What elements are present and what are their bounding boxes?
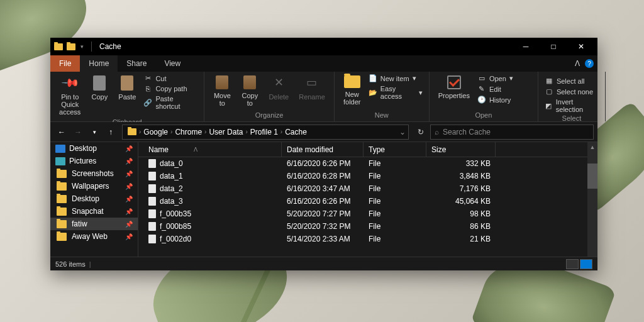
sidebar-item[interactable]: Desktop📌: [50, 192, 138, 205]
easy-access-icon: 📂: [369, 89, 377, 97]
breadcrumb-seg[interactable]: Cache: [282, 128, 309, 136]
navbar: ← → ▾ ↑ › Google› Chrome› User Data› Pro…: [50, 122, 597, 142]
file-date: 6/16/2020 6:28 PM: [282, 172, 364, 180]
minimize-button[interactable]: ─: [512, 38, 540, 55]
sidebar-item[interactable]: Desktop📌: [50, 142, 138, 155]
table-row[interactable]: f_000b355/20/2020 7:27 PMFile98 KB: [138, 208, 597, 220]
window-controls: ─ □ ✕: [512, 38, 595, 55]
properties-icon: [447, 75, 461, 89]
copy-path-button[interactable]: ⎘Copy path: [143, 84, 197, 94]
paste-shortcut-button[interactable]: 🔗Paste shortcut: [143, 94, 197, 111]
copy-button[interactable]: Copy: [87, 73, 112, 103]
chevron-down-icon[interactable]: ▾: [80, 43, 84, 50]
home-tab[interactable]: Home: [80, 55, 118, 72]
breadcrumb-seg[interactable]: Profile 1: [248, 128, 280, 136]
scroll-up-icon[interactable]: ▲: [587, 142, 597, 152]
content-area: Desktop📌Pictures📌Screenshots📌Wallpapers📌…: [50, 142, 597, 257]
details-view-button[interactable]: [566, 259, 579, 269]
file-type: File: [364, 172, 426, 180]
move-icon: [216, 75, 228, 89]
edit-button[interactable]: ✎Edit: [477, 84, 531, 94]
rename-icon: ▭: [304, 75, 319, 91]
pin-quick-access-button[interactable]: 📌 Pin to Quick access: [55, 73, 84, 118]
copyto-icon: [243, 75, 256, 89]
file-icon: [148, 184, 156, 193]
table-row[interactable]: f_000b855/20/2020 7:32 PMFile86 KB: [138, 220, 597, 233]
sidebar-item[interactable]: Pictures📌: [50, 155, 138, 167]
collapse-ribbon-icon[interactable]: ᐱ: [575, 59, 580, 68]
rename-button[interactable]: ▭ Rename: [295, 73, 329, 103]
pin-icon: 📌: [125, 233, 133, 240]
path-icon: ⎘: [143, 85, 152, 92]
sidebar-item[interactable]: fatiw📌: [50, 218, 138, 230]
search-box[interactable]: ⌕ Search Cache: [430, 125, 594, 140]
file-icon: [148, 209, 156, 218]
label: Rename: [299, 93, 325, 101]
sidebar[interactable]: Desktop📌Pictures📌Screenshots📌Wallpapers📌…: [50, 142, 138, 257]
breadcrumb-seg[interactable]: Google: [141, 128, 170, 136]
sidebar-item[interactable]: Snapchat📌: [50, 205, 138, 218]
select-all-icon: ▦: [545, 77, 553, 85]
delete-button[interactable]: ✕ Delete: [265, 73, 292, 103]
table-row[interactable]: data_06/16/2020 6:26 PMFile332 KB: [138, 157, 597, 170]
easy-access-button[interactable]: 📂Easy access ▾: [369, 84, 423, 101]
copy-to-button[interactable]: Copy to: [237, 73, 262, 109]
separator: [91, 42, 92, 52]
file-name: f_000b35: [160, 209, 191, 218]
breadcrumb-seg[interactable]: User Data: [206, 128, 245, 136]
select-all-button[interactable]: ▦Select all: [545, 75, 599, 86]
breadcrumb-seg[interactable]: Chrome: [172, 128, 204, 136]
scrollbar[interactable]: ▲: [587, 142, 597, 257]
table-row[interactable]: data_36/16/2020 6:26 PMFile45,064 KB: [138, 195, 597, 208]
sidebar-label: Desktop: [72, 194, 99, 203]
select-none-button[interactable]: ▢Select none: [545, 86, 599, 97]
up-button[interactable]: ↑: [103, 125, 118, 140]
recent-dropdown[interactable]: ▾: [87, 125, 102, 140]
explorer-window: ▾ Cache ─ □ ✕ File Home Share View ᐱ ? 📌…: [50, 38, 597, 270]
refresh-button[interactable]: ↻: [413, 125, 429, 140]
history-button[interactable]: 🕑History: [477, 94, 531, 105]
col-type[interactable]: Type: [364, 142, 426, 157]
file-tab[interactable]: File: [50, 55, 80, 72]
maximize-button[interactable]: □: [540, 38, 567, 55]
col-date[interactable]: Date modified: [282, 142, 364, 157]
new-item-button[interactable]: 📄New item ▾: [369, 73, 423, 84]
breadcrumb[interactable]: › Google› Chrome› User Data› Profile 1› …: [122, 125, 409, 140]
file-name: data_3: [160, 197, 183, 206]
col-name[interactable]: Nameᐱ: [143, 142, 282, 157]
chevron-down-icon[interactable]: ⌄: [399, 128, 406, 136]
table-row[interactable]: data_16/16/2020 6:28 PMFile3,848 KB: [138, 170, 597, 182]
help-icon[interactable]: ?: [585, 59, 594, 68]
cut-button[interactable]: ✂Cut: [143, 73, 197, 84]
move-to-button[interactable]: Move to: [209, 73, 235, 109]
new-folder-button[interactable]: New folder: [340, 73, 365, 108]
delete-icon: ✕: [271, 75, 286, 91]
table-row[interactable]: f_0002d05/14/2020 2:33 AMFile21 KB: [138, 233, 597, 245]
scroll-thumb[interactable]: [587, 164, 597, 189]
file-type: File: [364, 197, 426, 206]
open-button[interactable]: ▭Open ▾: [477, 73, 531, 84]
close-button[interactable]: ✕: [567, 38, 595, 55]
properties-button[interactable]: Properties: [435, 73, 474, 102]
table-row[interactable]: data_26/16/2020 3:47 AMFile7,176 KB: [138, 182, 597, 195]
folder-icon: [57, 182, 67, 191]
sidebar-item[interactable]: Screenshots📌: [50, 167, 138, 180]
label: Copy: [92, 93, 108, 101]
sidebar-item[interactable]: Away Web📌: [50, 230, 138, 243]
col-size[interactable]: Size: [426, 142, 496, 157]
open-icon: ▭: [477, 74, 486, 82]
invert-selection-button[interactable]: ◩Invert selection: [545, 97, 599, 114]
view-tab[interactable]: View: [155, 55, 189, 72]
share-tab[interactable]: Share: [118, 55, 155, 72]
sidebar-item[interactable]: Wallpapers📌: [50, 180, 138, 192]
icons-view-button[interactable]: [580, 259, 592, 269]
file-name: f_000b85: [160, 222, 191, 231]
pin-icon: 📌: [59, 72, 80, 94]
file-icon: [148, 159, 156, 168]
sidebar-label: fatiw: [72, 219, 87, 228]
back-button[interactable]: ←: [54, 125, 69, 140]
paste-button[interactable]: Paste: [114, 73, 140, 103]
file-date: 6/16/2020 3:47 AM: [282, 184, 364, 193]
forward-button[interactable]: →: [70, 125, 86, 140]
titlebar[interactable]: ▾ Cache ─ □ ✕: [50, 38, 597, 55]
